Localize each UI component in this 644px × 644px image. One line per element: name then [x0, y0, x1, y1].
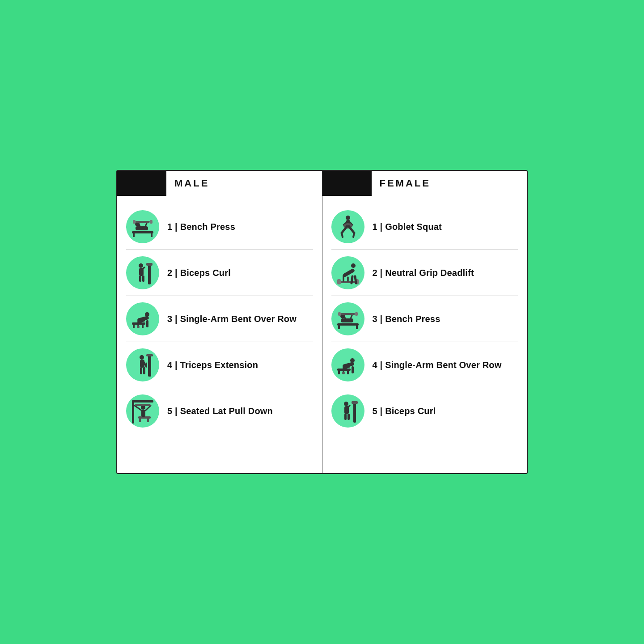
workout-card: MALE: [116, 170, 528, 474]
svg-rect-73: [338, 371, 340, 374]
svg-rect-7: [136, 221, 150, 223]
avatar: [126, 210, 159, 243]
exercise-label: 4 | Single-Arm Bent Over Row: [373, 360, 502, 370]
bent-over-row-female-icon: [334, 351, 362, 379]
svg-rect-80: [352, 366, 354, 373]
svg-rect-33: [143, 367, 145, 374]
svg-rect-11: [146, 263, 153, 266]
exercise-label: 1 | Bench Press: [167, 222, 235, 232]
svg-point-83: [344, 402, 348, 406]
svg-rect-27: [146, 354, 153, 356]
svg-rect-64: [356, 326, 358, 329]
svg-rect-32: [140, 367, 142, 374]
svg-rect-34: [132, 400, 134, 424]
bench-press-male-icon: [128, 212, 157, 241]
bench-press-female-icon: [334, 305, 362, 333]
avatar: [331, 348, 364, 381]
svg-line-6: [145, 222, 147, 226]
exercise-label: 4 | Triceps Extension: [167, 360, 258, 370]
avatar: [126, 348, 159, 381]
male-black-bar: [117, 171, 166, 196]
svg-rect-70: [338, 312, 341, 316]
list-item: 3 | Bench Press: [331, 296, 518, 342]
svg-rect-8: [133, 220, 136, 224]
deadlift-female-icon: [334, 258, 362, 287]
male-exercise-list: 1 | Bench Press: [117, 204, 322, 434]
svg-line-61: [355, 276, 356, 283]
biceps-curl-male-icon: [128, 258, 157, 287]
svg-rect-62: [337, 323, 359, 326]
svg-point-12: [139, 263, 143, 268]
avatar: [331, 394, 364, 428]
list-item: 2 | Biceps Curl: [126, 250, 313, 296]
svg-line-68: [351, 314, 352, 318]
list-item: 5 | Seated Lat Pull Down: [126, 388, 313, 434]
avatar: [126, 302, 159, 335]
svg-rect-16: [142, 275, 144, 282]
svg-rect-9: [150, 220, 153, 224]
list-item: 1 | Goblet Squat: [331, 204, 518, 250]
svg-rect-18: [133, 325, 135, 328]
list-item: 3 | Single-Arm Bent Over Row: [126, 296, 313, 342]
svg-rect-74: [347, 371, 349, 374]
bent-over-row-male-icon: [128, 305, 157, 333]
triceps-ext-male-icon: [128, 351, 157, 379]
svg-point-44: [346, 216, 350, 220]
svg-rect-37: [139, 419, 141, 422]
list-item: 2 | Neutral Grip Deadlift: [331, 250, 518, 296]
exercise-label: 2 | Biceps Curl: [167, 268, 231, 278]
avatar: [331, 302, 364, 335]
svg-point-56: [351, 263, 356, 268]
svg-rect-63: [338, 326, 340, 329]
svg-point-75: [350, 358, 355, 363]
svg-rect-10: [148, 263, 151, 284]
svg-point-23: [137, 326, 140, 328]
svg-rect-81: [353, 401, 356, 423]
svg-point-78: [342, 372, 345, 374]
svg-line-51: [342, 233, 343, 237]
exercise-label: 3 | Bench Press: [373, 314, 441, 324]
exercise-label: 3 | Single-Arm Bent Over Row: [167, 314, 297, 324]
svg-rect-2: [151, 233, 153, 237]
svg-line-52: [353, 233, 354, 237]
exercise-label: 5 | Seated Lat Pull Down: [167, 406, 273, 416]
avatar: [126, 394, 159, 428]
list-item: 1 | Bench Press: [126, 204, 313, 250]
svg-line-60: [352, 276, 352, 283]
svg-rect-35: [132, 400, 153, 402]
avatar: [126, 256, 159, 289]
avatar: [331, 210, 364, 243]
svg-rect-0: [132, 231, 153, 233]
svg-rect-4: [136, 226, 148, 230]
female-column: FEMALE: [322, 171, 527, 473]
svg-line-42: [145, 406, 151, 411]
svg-rect-54: [337, 279, 341, 284]
female-exercise-list: 1 | Goblet Squat: [322, 204, 527, 434]
svg-rect-26: [148, 354, 151, 377]
svg-point-28: [140, 355, 144, 360]
exercise-label: 2 | Neutral Grip Deadlift: [373, 268, 474, 278]
biceps-curl-female-icon: [334, 397, 362, 425]
svg-rect-43: [135, 404, 151, 406]
svg-rect-25: [146, 320, 148, 327]
svg-line-41: [135, 406, 142, 411]
svg-rect-82: [352, 401, 358, 404]
svg-rect-38: [147, 419, 149, 422]
list-item: 5 | Biceps Curl: [331, 388, 518, 434]
female-title: FEMALE: [372, 178, 431, 189]
svg-rect-66: [341, 318, 353, 322]
male-title: MALE: [166, 178, 209, 189]
exercise-label: 5 | Biceps Curl: [373, 406, 436, 416]
exercise-label: 1 | Goblet Squat: [373, 222, 442, 232]
female-header: FEMALE: [322, 171, 527, 196]
svg-rect-1: [133, 233, 135, 237]
svg-rect-87: [347, 414, 350, 420]
svg-rect-69: [341, 313, 355, 315]
female-black-bar: [322, 171, 372, 196]
male-header: MALE: [117, 171, 322, 196]
list-item: 4 | Single-Arm Bent Over Row: [331, 342, 518, 388]
goblet-squat-female-icon: [334, 212, 362, 241]
svg-rect-86: [344, 414, 347, 420]
svg-rect-71: [355, 312, 358, 316]
svg-rect-19: [142, 325, 144, 328]
